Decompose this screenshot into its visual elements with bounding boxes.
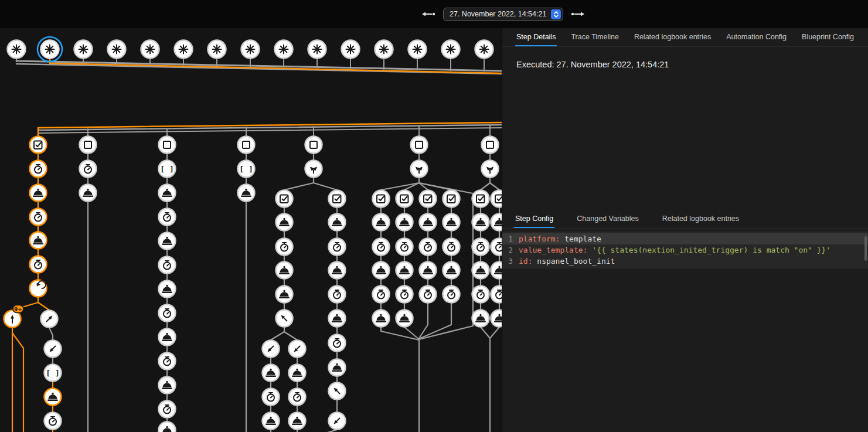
trace-node-service[interactable] bbox=[329, 262, 346, 279]
trace-node-condition[interactable] bbox=[276, 191, 293, 208]
trace-node-timer[interactable] bbox=[491, 286, 502, 303]
trace-node-service[interactable] bbox=[276, 262, 293, 279]
trace-node-arrow-sw[interactable] bbox=[45, 341, 62, 358]
trace-node-asterisk[interactable] bbox=[208, 40, 226, 59]
detail-tab-trace-timeline[interactable]: Trace Timeline bbox=[570, 28, 620, 46]
trace-node-timer[interactable] bbox=[373, 239, 390, 256]
trace-node-service[interactable] bbox=[373, 262, 390, 279]
trace-node-service[interactable] bbox=[80, 185, 97, 202]
trace-node-timer[interactable] bbox=[159, 305, 176, 322]
trace-node-timer[interactable] bbox=[396, 239, 413, 256]
trace-node-timer[interactable] bbox=[289, 389, 306, 406]
config-tab-changed-variables[interactable]: Changed Variables bbox=[576, 210, 639, 228]
scrollbar-thumb[interactable] bbox=[864, 236, 867, 261]
trace-node-service[interactable] bbox=[472, 262, 489, 279]
trace-node-timer[interactable] bbox=[30, 256, 47, 273]
trace-node-service[interactable] bbox=[30, 232, 47, 249]
trace-node-service[interactable] bbox=[491, 310, 502, 327]
trace-node-timer[interactable] bbox=[420, 286, 437, 303]
trace-node-arrow-nw[interactable] bbox=[276, 310, 293, 327]
trace-node-arrow-branch[interactable] bbox=[41, 311, 58, 328]
trace-node-service[interactable] bbox=[396, 310, 413, 327]
detail-tab-related-logbook-entries[interactable]: Related logbook entries bbox=[633, 28, 712, 46]
trace-node-service[interactable] bbox=[30, 185, 47, 202]
trace-node-repeat[interactable] bbox=[30, 280, 47, 297]
trace-node-service[interactable] bbox=[238, 185, 255, 202]
trace-node-brackets[interactable]: [ ] bbox=[45, 365, 62, 382]
trace-node-service[interactable] bbox=[289, 365, 306, 382]
detail-tab-blueprint-config[interactable]: Blueprint Config bbox=[801, 28, 855, 46]
trace-node-service[interactable] bbox=[420, 262, 437, 279]
trace-node-service[interactable] bbox=[491, 262, 502, 279]
trace-node-asterisk[interactable] bbox=[442, 40, 460, 59]
trace-node-service[interactable] bbox=[289, 413, 306, 430]
trace-node-timer[interactable] bbox=[276, 239, 293, 256]
trace-node-service[interactable] bbox=[276, 214, 293, 231]
trace-node-square[interactable] bbox=[159, 137, 176, 154]
trace-node-arrow-sw[interactable] bbox=[289, 341, 306, 358]
trace-node-asterisk[interactable] bbox=[409, 40, 427, 59]
trace-node-timer[interactable] bbox=[329, 239, 346, 256]
trace-node-timer[interactable] bbox=[159, 353, 176, 370]
trace-node-parallel[interactable] bbox=[411, 161, 428, 178]
trace-node-timer[interactable] bbox=[159, 209, 176, 226]
trace-node-service[interactable] bbox=[159, 185, 176, 202]
trace-node-timer[interactable] bbox=[443, 286, 460, 303]
trace-node-condition[interactable] bbox=[396, 191, 413, 208]
trace-node-condition[interactable] bbox=[472, 191, 489, 208]
detail-tab-automation-config[interactable]: Automation Config bbox=[725, 28, 788, 46]
trace-node-arrow-nw[interactable] bbox=[329, 383, 346, 400]
trace-node-service[interactable] bbox=[373, 214, 390, 231]
trace-node-asterisk[interactable] bbox=[74, 40, 93, 59]
trace-node-service[interactable] bbox=[159, 329, 176, 346]
trace-node-timer[interactable] bbox=[263, 389, 280, 406]
trace-node-square[interactable] bbox=[482, 137, 499, 154]
trace-node-service[interactable] bbox=[263, 365, 280, 382]
trace-node-square[interactable] bbox=[80, 137, 97, 154]
trace-node-condition[interactable] bbox=[30, 137, 47, 154]
previous-run-button[interactable] bbox=[421, 6, 436, 22]
trace-node-service[interactable] bbox=[263, 413, 280, 430]
detail-tab-step-details[interactable]: Step Details bbox=[515, 28, 557, 46]
trace-node-timer[interactable] bbox=[159, 401, 176, 418]
trace-node-timer[interactable] bbox=[443, 239, 460, 256]
trace-node-square[interactable] bbox=[305, 137, 322, 154]
trace-node-square[interactable] bbox=[411, 137, 428, 154]
trace-node-timer[interactable] bbox=[45, 413, 62, 430]
trace-node-brackets[interactable]: [ ] bbox=[238, 161, 255, 178]
trace-node-service[interactable] bbox=[329, 359, 346, 376]
trace-node-arrow-sw[interactable] bbox=[329, 413, 346, 430]
trace-node-condition[interactable] bbox=[491, 191, 502, 208]
trace-node-asterisk[interactable] bbox=[342, 40, 360, 59]
trace-node-asterisk[interactable] bbox=[38, 37, 62, 62]
trace-node-service[interactable] bbox=[472, 310, 489, 327]
trace-node-timer[interactable] bbox=[472, 239, 489, 256]
trace-node-timer[interactable] bbox=[30, 209, 47, 226]
trace-node-condition[interactable] bbox=[420, 191, 437, 208]
trace-node-timer[interactable] bbox=[420, 239, 437, 256]
trace-node-service[interactable] bbox=[373, 310, 390, 327]
trace-node-condition[interactable] bbox=[443, 191, 460, 208]
next-run-button[interactable] bbox=[570, 6, 586, 22]
trace-node-service[interactable] bbox=[443, 262, 460, 279]
trace-node-service[interactable] bbox=[396, 262, 413, 279]
trace-node-asterisk[interactable] bbox=[175, 40, 193, 59]
trace-node-service[interactable] bbox=[443, 214, 460, 231]
trace-node-arrow-sw[interactable] bbox=[263, 341, 280, 358]
trace-node-service[interactable] bbox=[491, 214, 502, 231]
trace-node-timer[interactable] bbox=[329, 335, 346, 352]
trace-node-timer[interactable] bbox=[373, 286, 390, 303]
config-tab-related-logbook-entries[interactable]: Related logbook entries bbox=[661, 210, 740, 228]
trace-node-service[interactable] bbox=[159, 233, 176, 250]
trace-node-timer[interactable] bbox=[491, 239, 502, 256]
trace-node-parallel[interactable] bbox=[305, 161, 322, 178]
trace-node-brackets[interactable]: [ ] bbox=[159, 161, 176, 178]
run-select[interactable]: 27. November 2022, 14:54:21 bbox=[443, 8, 563, 21]
trace-node-asterisk[interactable] bbox=[8, 40, 26, 59]
trace-node-service[interactable] bbox=[276, 286, 293, 303]
trace-node-service[interactable] bbox=[329, 310, 346, 327]
trace-node-timer[interactable] bbox=[396, 286, 413, 303]
trace-node-service[interactable] bbox=[45, 389, 62, 406]
trace-node-asterisk[interactable] bbox=[375, 40, 393, 59]
trace-node-parallel[interactable] bbox=[482, 161, 499, 178]
